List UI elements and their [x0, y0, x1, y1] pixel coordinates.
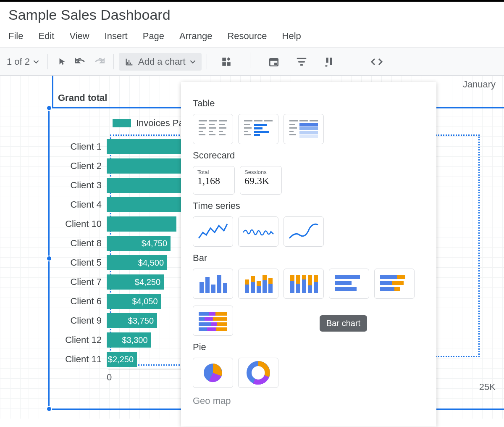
- svg-rect-55: [257, 281, 261, 286]
- date-range-icon[interactable]: [265, 53, 283, 71]
- bar-chart-thumb[interactable]: [329, 269, 369, 299]
- menu-view[interactable]: View: [69, 31, 89, 42]
- svg-rect-81: [215, 312, 227, 316]
- tab-grand-total[interactable]: Grand total: [58, 92, 107, 103]
- tooltip: Bar chart: [320, 315, 367, 332]
- svg-rect-44: [299, 134, 318, 138]
- section-geomap: Geo map: [193, 395, 425, 406]
- svg-rect-33: [254, 134, 260, 136]
- scorecard-compact-thumb[interactable]: Sessions 69.3K: [240, 166, 282, 195]
- stacked-bar-thumb[interactable]: [374, 269, 415, 299]
- bar: [107, 197, 181, 212]
- bar-value: $4,250: [135, 277, 160, 287]
- bar: [107, 139, 181, 154]
- document-title[interactable]: Sample Sales Dashboard: [8, 7, 496, 23]
- scorecard-thumb[interactable]: Total 1,168: [193, 166, 235, 195]
- bar-category: Client 6: [58, 296, 102, 307]
- svg-rect-83: [205, 317, 213, 321]
- separator: [353, 53, 353, 68]
- menu-edit[interactable]: Edit: [38, 31, 54, 42]
- bar-category: Client 7: [58, 277, 102, 287]
- svg-rect-32: [254, 131, 269, 133]
- timeseries-thumb[interactable]: [193, 216, 233, 247]
- filter-control-icon[interactable]: [292, 53, 311, 71]
- table-bars-thumb[interactable]: [238, 114, 278, 144]
- bar-category: Client 9: [58, 315, 102, 326]
- svg-rect-76: [392, 281, 404, 285]
- bar-value: $2,250: [108, 355, 134, 364]
- bar-category: Client 4: [58, 199, 102, 210]
- smoothed-timeseries-thumb[interactable]: [284, 216, 324, 247]
- svg-rect-39: [289, 131, 294, 132]
- legend-label: Invoices Pa: [136, 118, 184, 129]
- undo-icon[interactable]: [71, 53, 90, 71]
- svg-rect-26: [244, 124, 250, 125]
- svg-rect-74: [397, 275, 405, 279]
- section-pie: Pie: [193, 342, 425, 353]
- section-table: Table: [193, 98, 425, 109]
- bar: $3,750: [107, 313, 157, 328]
- svg-rect-67: [308, 275, 312, 285]
- menu-page[interactable]: Page: [143, 31, 164, 42]
- page-indicator[interactable]: 1 of 2: [3, 56, 42, 67]
- scorecard-value: 69.3K: [244, 175, 277, 187]
- cursor-icon[interactable]: [53, 53, 71, 71]
- titlebar: Sample Sales Dashboard: [0, 0, 504, 25]
- sparkline-thumb[interactable]: [238, 216, 278, 247]
- svg-rect-80: [209, 312, 215, 316]
- svg-rect-43: [299, 131, 318, 134]
- svg-rect-28: [244, 131, 248, 132]
- menu-file[interactable]: File: [8, 31, 23, 42]
- bar-category: Client 11: [58, 354, 102, 365]
- full-stacked-bar-thumb[interactable]: [193, 306, 233, 336]
- menu-insert[interactable]: Insert: [105, 31, 128, 42]
- svg-rect-14: [199, 127, 206, 129]
- stacked-column-thumb[interactable]: [238, 269, 278, 299]
- resize-handle[interactable]: [46, 105, 52, 111]
- svg-rect-86: [211, 322, 217, 326]
- separator: [250, 53, 250, 68]
- filter-value-label: January: [463, 79, 496, 90]
- svg-rect-70: [335, 275, 360, 279]
- svg-rect-87: [217, 322, 227, 326]
- redo-icon[interactable]: [90, 53, 108, 71]
- svg-rect-51: [245, 279, 249, 285]
- page-indicator-label: 1 of 2: [7, 56, 30, 67]
- data-control-icon[interactable]: [320, 53, 339, 71]
- donut-chart-thumb[interactable]: [238, 358, 278, 388]
- chart-drop-zone: [433, 134, 480, 357]
- svg-rect-29: [244, 134, 251, 135]
- svg-rect-37: [289, 124, 295, 125]
- bar-value: $4,050: [132, 297, 158, 306]
- menu-resource[interactable]: Resource: [227, 31, 267, 42]
- svg-rect-15: [209, 127, 216, 129]
- pie-chart-thumb[interactable]: [193, 358, 233, 388]
- svg-rect-36: [310, 120, 318, 121]
- bar-category: Client 12: [58, 335, 102, 345]
- add-chart-label: Add a chart: [138, 56, 186, 67]
- svg-rect-61: [290, 275, 294, 281]
- resize-handle[interactable]: [46, 256, 52, 261]
- bar: [107, 216, 176, 232]
- svg-rect-22: [219, 134, 226, 135]
- menu-help[interactable]: Help: [282, 31, 301, 42]
- table-thumb[interactable]: [193, 114, 233, 144]
- bar-value: $4,500: [138, 258, 164, 268]
- resize-handle[interactable]: [46, 406, 52, 412]
- svg-rect-10: [219, 120, 227, 121]
- column-chart-thumb[interactable]: [193, 269, 233, 299]
- bar-category: Client 2: [58, 161, 102, 171]
- svg-rect-73: [380, 275, 397, 279]
- svg-rect-46: [205, 277, 210, 293]
- svg-rect-19: [219, 131, 223, 132]
- svg-rect-17: [199, 131, 203, 132]
- menu-arrange[interactable]: Arrange: [179, 31, 212, 42]
- community-viz-icon[interactable]: [217, 53, 236, 71]
- add-chart-button[interactable]: Add a chart: [119, 53, 202, 71]
- table-heatmap-thumb[interactable]: [284, 114, 324, 144]
- full-stacked-column-thumb[interactable]: [284, 269, 324, 299]
- embed-icon[interactable]: [368, 53, 386, 71]
- bar-category: Client 3: [58, 180, 102, 191]
- bar-chart-icon: [125, 57, 134, 66]
- svg-rect-6: [326, 58, 328, 63]
